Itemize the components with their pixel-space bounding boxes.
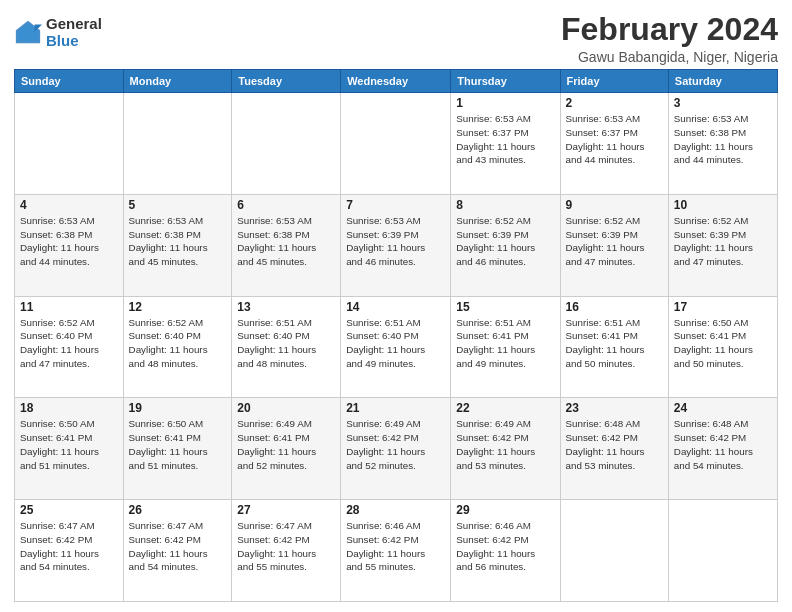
day-number: 28 (346, 503, 445, 517)
day-number: 6 (237, 198, 335, 212)
table-row: 19Sunrise: 6:50 AMSunset: 6:41 PMDayligh… (123, 398, 232, 500)
table-row: 26Sunrise: 6:47 AMSunset: 6:42 PMDayligh… (123, 500, 232, 602)
day-number: 2 (566, 96, 663, 110)
day-number: 18 (20, 401, 118, 415)
day-info: Sunrise: 6:47 AMSunset: 6:42 PMDaylight:… (237, 519, 335, 574)
logo-general: General (46, 16, 102, 33)
table-row: 4Sunrise: 6:53 AMSunset: 6:38 PMDaylight… (15, 194, 124, 296)
table-row: 8Sunrise: 6:52 AMSunset: 6:39 PMDaylight… (451, 194, 560, 296)
col-tuesday: Tuesday (232, 70, 341, 93)
day-number: 16 (566, 300, 663, 314)
day-number: 26 (129, 503, 227, 517)
day-info: Sunrise: 6:51 AMSunset: 6:40 PMDaylight:… (237, 316, 335, 371)
day-number: 10 (674, 198, 772, 212)
table-row: 1Sunrise: 6:53 AMSunset: 6:37 PMDaylight… (451, 93, 560, 195)
day-info: Sunrise: 6:52 AMSunset: 6:39 PMDaylight:… (456, 214, 554, 269)
day-info: Sunrise: 6:48 AMSunset: 6:42 PMDaylight:… (674, 417, 772, 472)
day-number: 21 (346, 401, 445, 415)
day-info: Sunrise: 6:53 AMSunset: 6:39 PMDaylight:… (346, 214, 445, 269)
day-info: Sunrise: 6:52 AMSunset: 6:40 PMDaylight:… (129, 316, 227, 371)
day-info: Sunrise: 6:52 AMSunset: 6:40 PMDaylight:… (20, 316, 118, 371)
day-number: 14 (346, 300, 445, 314)
day-number: 17 (674, 300, 772, 314)
table-row: 12Sunrise: 6:52 AMSunset: 6:40 PMDayligh… (123, 296, 232, 398)
calendar-week-row: 18Sunrise: 6:50 AMSunset: 6:41 PMDayligh… (15, 398, 778, 500)
table-row: 2Sunrise: 6:53 AMSunset: 6:37 PMDaylight… (560, 93, 668, 195)
table-row: 6Sunrise: 6:53 AMSunset: 6:38 PMDaylight… (232, 194, 341, 296)
logo-blue: Blue (46, 33, 102, 50)
day-number: 13 (237, 300, 335, 314)
calendar-week-row: 4Sunrise: 6:53 AMSunset: 6:38 PMDaylight… (15, 194, 778, 296)
day-info: Sunrise: 6:53 AMSunset: 6:37 PMDaylight:… (456, 112, 554, 167)
col-sunday: Sunday (15, 70, 124, 93)
day-number: 20 (237, 401, 335, 415)
table-row: 11Sunrise: 6:52 AMSunset: 6:40 PMDayligh… (15, 296, 124, 398)
day-number: 5 (129, 198, 227, 212)
day-info: Sunrise: 6:51 AMSunset: 6:40 PMDaylight:… (346, 316, 445, 371)
day-info: Sunrise: 6:47 AMSunset: 6:42 PMDaylight:… (20, 519, 118, 574)
day-number: 29 (456, 503, 554, 517)
day-number: 24 (674, 401, 772, 415)
col-thursday: Thursday (451, 70, 560, 93)
table-row (668, 500, 777, 602)
table-row: 9Sunrise: 6:52 AMSunset: 6:39 PMDaylight… (560, 194, 668, 296)
page: General Blue February 2024 Gawu Babangid… (0, 0, 792, 612)
day-info: Sunrise: 6:53 AMSunset: 6:38 PMDaylight:… (674, 112, 772, 167)
table-row: 18Sunrise: 6:50 AMSunset: 6:41 PMDayligh… (15, 398, 124, 500)
day-info: Sunrise: 6:53 AMSunset: 6:38 PMDaylight:… (129, 214, 227, 269)
table-row (341, 93, 451, 195)
table-row: 27Sunrise: 6:47 AMSunset: 6:42 PMDayligh… (232, 500, 341, 602)
table-row (232, 93, 341, 195)
table-row: 14Sunrise: 6:51 AMSunset: 6:40 PMDayligh… (341, 296, 451, 398)
main-title: February 2024 (561, 12, 778, 47)
day-number: 11 (20, 300, 118, 314)
col-monday: Monday (123, 70, 232, 93)
table-row: 22Sunrise: 6:49 AMSunset: 6:42 PMDayligh… (451, 398, 560, 500)
table-row (123, 93, 232, 195)
table-row: 5Sunrise: 6:53 AMSunset: 6:38 PMDaylight… (123, 194, 232, 296)
day-number: 3 (674, 96, 772, 110)
day-number: 27 (237, 503, 335, 517)
table-row: 15Sunrise: 6:51 AMSunset: 6:41 PMDayligh… (451, 296, 560, 398)
calendar-week-row: 25Sunrise: 6:47 AMSunset: 6:42 PMDayligh… (15, 500, 778, 602)
day-info: Sunrise: 6:53 AMSunset: 6:38 PMDaylight:… (237, 214, 335, 269)
table-row: 16Sunrise: 6:51 AMSunset: 6:41 PMDayligh… (560, 296, 668, 398)
table-row: 3Sunrise: 6:53 AMSunset: 6:38 PMDaylight… (668, 93, 777, 195)
day-number: 23 (566, 401, 663, 415)
day-info: Sunrise: 6:47 AMSunset: 6:42 PMDaylight:… (129, 519, 227, 574)
col-wednesday: Wednesday (341, 70, 451, 93)
day-info: Sunrise: 6:52 AMSunset: 6:39 PMDaylight:… (674, 214, 772, 269)
subtitle: Gawu Babangida, Niger, Nigeria (561, 49, 778, 65)
table-row: 13Sunrise: 6:51 AMSunset: 6:40 PMDayligh… (232, 296, 341, 398)
day-info: Sunrise: 6:49 AMSunset: 6:42 PMDaylight:… (346, 417, 445, 472)
day-number: 7 (346, 198, 445, 212)
day-number: 15 (456, 300, 554, 314)
logo-icon (14, 19, 42, 47)
day-number: 8 (456, 198, 554, 212)
day-number: 9 (566, 198, 663, 212)
table-row: 24Sunrise: 6:48 AMSunset: 6:42 PMDayligh… (668, 398, 777, 500)
day-number: 22 (456, 401, 554, 415)
calendar-week-row: 1Sunrise: 6:53 AMSunset: 6:37 PMDaylight… (15, 93, 778, 195)
day-info: Sunrise: 6:51 AMSunset: 6:41 PMDaylight:… (456, 316, 554, 371)
table-row: 29Sunrise: 6:46 AMSunset: 6:42 PMDayligh… (451, 500, 560, 602)
day-number: 1 (456, 96, 554, 110)
logo: General Blue (14, 16, 102, 49)
logo-text: General Blue (46, 16, 102, 49)
day-info: Sunrise: 6:50 AMSunset: 6:41 PMDaylight:… (129, 417, 227, 472)
day-info: Sunrise: 6:48 AMSunset: 6:42 PMDaylight:… (566, 417, 663, 472)
table-row: 20Sunrise: 6:49 AMSunset: 6:41 PMDayligh… (232, 398, 341, 500)
table-row: 21Sunrise: 6:49 AMSunset: 6:42 PMDayligh… (341, 398, 451, 500)
table-row: 28Sunrise: 6:46 AMSunset: 6:42 PMDayligh… (341, 500, 451, 602)
table-row (15, 93, 124, 195)
day-info: Sunrise: 6:49 AMSunset: 6:42 PMDaylight:… (456, 417, 554, 472)
day-number: 19 (129, 401, 227, 415)
col-friday: Friday (560, 70, 668, 93)
table-row: 10Sunrise: 6:52 AMSunset: 6:39 PMDayligh… (668, 194, 777, 296)
day-info: Sunrise: 6:46 AMSunset: 6:42 PMDaylight:… (456, 519, 554, 574)
day-info: Sunrise: 6:49 AMSunset: 6:41 PMDaylight:… (237, 417, 335, 472)
day-number: 12 (129, 300, 227, 314)
title-block: February 2024 Gawu Babangida, Niger, Nig… (561, 12, 778, 65)
day-info: Sunrise: 6:51 AMSunset: 6:41 PMDaylight:… (566, 316, 663, 371)
calendar-week-row: 11Sunrise: 6:52 AMSunset: 6:40 PMDayligh… (15, 296, 778, 398)
